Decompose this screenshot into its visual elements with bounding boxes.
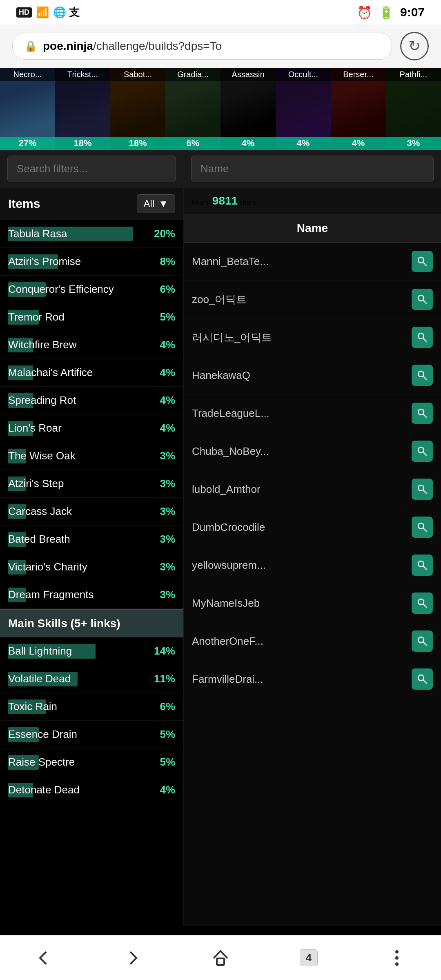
class-card-trickster[interactable]: Trickst... 18% [55, 68, 110, 150]
item-percentage: 3% [147, 561, 175, 573]
item-row[interactable]: Tremor Rod 5% [0, 303, 183, 331]
item-bar-container: Spreading Rot [8, 394, 147, 407]
item-percentage: 4% [147, 394, 175, 407]
url-text: poe.ninja/challenge/builds?dps=To [43, 40, 222, 53]
class-label-pathfinder: Pathfi... [386, 68, 441, 81]
item-row[interactable]: Victario's Charity 3% [0, 553, 183, 581]
search-filters-bar [0, 150, 183, 188]
item-name: Lion's Roar [8, 422, 62, 434]
svg-point-18 [418, 599, 424, 605]
item-row[interactable]: Carcass Jack 3% [0, 498, 183, 526]
player-row: MyNameIsJeb [184, 584, 441, 622]
class-card-assassin[interactable]: Assassin 4% [220, 68, 276, 150]
player-search-button[interactable] [412, 555, 433, 576]
class-card-berserker[interactable]: Berser... 4% [331, 68, 386, 150]
skill-percentage: 5% [147, 728, 175, 741]
item-row[interactable]: Tabula Rasa 20% [0, 220, 183, 248]
tabs-button[interactable]: 4 [284, 942, 333, 974]
item-row[interactable]: Lion's Roar 4% [0, 414, 183, 442]
svg-line-13 [423, 490, 427, 494]
forward-button[interactable] [108, 942, 157, 974]
class-label-necro: Necro... [0, 68, 55, 81]
item-row[interactable]: Malachai's Artifice 4% [0, 359, 183, 387]
player-name: lubold_Amthor [192, 483, 412, 496]
item-bar-container: Dream Fragments [8, 588, 147, 601]
player-row: TradeLeagueL... [184, 394, 441, 432]
player-name: Chuba_NoBey... [192, 445, 412, 458]
player-search-button[interactable] [412, 365, 433, 386]
skill-name: Volatile Dead [8, 673, 71, 685]
svg-point-2 [418, 295, 424, 301]
skill-row[interactable]: Detonate Dead 4% [0, 776, 183, 804]
search-filters-input[interactable] [7, 156, 176, 182]
svg-line-3 [423, 301, 427, 304]
dropdown-arrow: ▼ [158, 198, 168, 209]
item-percentage: 6% [147, 283, 175, 296]
items-section-header: Items All ▼ [0, 188, 183, 220]
status-bar: HD 📶 🌐 支 ⏰ 🔋 9:07 [0, 0, 441, 24]
item-bar-container: Tremor Rod [8, 311, 147, 323]
skill-row[interactable]: Toxic Rain 6% [0, 693, 183, 721]
player-search-button[interactable] [412, 289, 433, 310]
skill-row[interactable]: Ball Lightning 14% [0, 637, 183, 665]
item-percentage: 8% [147, 255, 175, 268]
player-search-button[interactable] [412, 668, 433, 690]
item-percentage: 3% [147, 450, 175, 462]
item-row[interactable]: Witchfire Brew 4% [0, 331, 183, 359]
url-input[interactable]: 🔒 poe.ninja/challenge/builds?dps=To [12, 33, 392, 60]
item-bar-container: Bated Breath [8, 533, 147, 546]
item-row[interactable]: Conqueror's Efficiency 6% [0, 276, 183, 303]
svg-line-1 [423, 263, 427, 266]
skill-name: Detonate Dead [8, 784, 80, 796]
home-button[interactable] [196, 942, 245, 974]
skill-row[interactable]: Essence Drain 5% [0, 721, 183, 748]
class-card-pathfinder[interactable]: Pathfi... 3% [386, 68, 441, 150]
class-label-occultist: Occult... [276, 68, 331, 81]
item-bar-container: Witchfire Brew [8, 339, 147, 351]
svg-point-14 [418, 523, 424, 529]
item-row[interactable]: Dream Fragments 3% [0, 581, 183, 609]
class-card-necro[interactable]: Necro... 27% [0, 68, 55, 150]
player-search-button[interactable] [412, 479, 433, 500]
skill-row[interactable]: Raise Spectre 5% [0, 748, 183, 776]
item-bar-container: Carcass Jack [8, 505, 147, 518]
item-percentage: 20% [147, 227, 175, 240]
player-search-button[interactable] [412, 630, 433, 652]
player-row: yellowsuprem... [184, 546, 441, 584]
menu-button[interactable] [372, 942, 421, 974]
item-row[interactable]: Atziri's Step 3% [0, 470, 183, 498]
class-label-guardian: Gradia... [165, 68, 220, 81]
player-search-button[interactable] [412, 592, 433, 614]
item-row[interactable]: Spreading Rot 4% [0, 387, 183, 414]
item-row[interactable]: The Wise Oak 3% [0, 442, 183, 470]
dropdown-value: All [144, 198, 155, 209]
skill-bar-container: Toxic Rain [8, 700, 147, 713]
found-label: Found [192, 199, 212, 206]
class-pct-assassin: 4% [220, 137, 276, 150]
player-search-button[interactable] [412, 403, 433, 424]
found-suffix: chara [238, 199, 256, 206]
name-search-input[interactable] [191, 156, 434, 182]
class-card-occultist[interactable]: Occult... 4% [276, 68, 331, 150]
player-search-button[interactable] [412, 251, 433, 272]
class-card-guardian[interactable]: Gradia... 6% [165, 68, 220, 150]
item-row[interactable]: Bated Breath 3% [0, 526, 183, 553]
back-button[interactable] [20, 942, 69, 974]
class-card-saboteur[interactable]: Sabot... 18% [110, 68, 165, 150]
player-search-button[interactable] [412, 517, 433, 538]
bottom-nav: 4 [0, 935, 441, 980]
player-search-button[interactable] [412, 327, 433, 348]
left-panel: Items All ▼ Tabula Rasa 20% Atziri's Pro… [0, 150, 184, 926]
item-percentage: 3% [147, 533, 175, 546]
skill-row[interactable]: Volatile Dead 11% [0, 665, 183, 693]
refresh-button[interactable]: ↻ [400, 32, 429, 60]
player-name: TradeLeagueL... [192, 407, 412, 420]
items-dropdown[interactable]: All ▼ [137, 194, 175, 213]
item-name: Malachai's Artifice [8, 366, 93, 379]
name-column-header: Name [184, 214, 441, 243]
player-search-button[interactable] [412, 441, 433, 462]
item-row[interactable]: Atziri's Promise 8% [0, 248, 183, 276]
skill-name: Essence Drain [8, 728, 77, 740]
class-label-saboteur: Sabot... [110, 68, 165, 81]
item-name: Carcass Jack [8, 505, 72, 517]
